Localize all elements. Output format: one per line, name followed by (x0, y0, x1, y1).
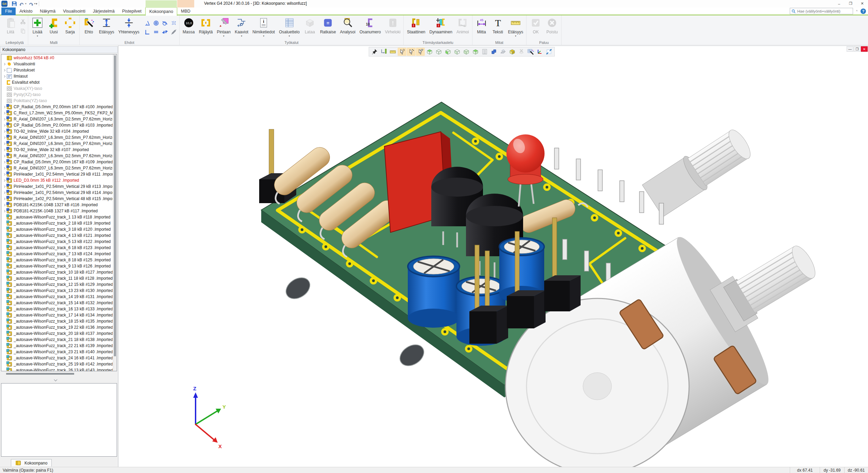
ribbon-button-lis[interactable]: Lisää▾ (30, 16, 45, 37)
constraint-tangent-icon[interactable] (161, 19, 169, 27)
tree-item[interactable]: _autosave-WilsonFuzz_track_5 13 kB #122 … (2, 239, 113, 245)
chevron-down-icon[interactable]: ▾ (515, 35, 516, 37)
tree-item[interactable]: _autosave-WilsonFuzz_track_6 18 kB #123 … (2, 245, 113, 251)
tree-item[interactable]: Ilmiasut (2, 73, 113, 79)
tree-item[interactable]: R_Axial_DIN0207_L6.3mm_D2.5mm_P7.62mm_Ho… (2, 116, 113, 122)
constraint-symmetric-icon[interactable] (170, 19, 178, 27)
tree-item[interactable]: R_Axial_DIN0207_L6.3mm_D2.5mm_P7.62mm_Ho… (2, 134, 113, 141)
viewport-tool-cube-wire-icon[interactable] (434, 48, 443, 56)
undo-dropdown-icon[interactable]: ▾ (25, 2, 27, 5)
tab-n-kym[interactable]: Näkymä (36, 7, 59, 15)
chevron-down-icon[interactable]: ▾ (289, 35, 290, 37)
tree-item[interactable]: Pysty(XZ)-taso (2, 92, 113, 98)
tab-j-rjestelm[interactable]: Järjestelmä (89, 7, 118, 15)
tree-expand-icon[interactable] (2, 180, 6, 181)
tree-expand-icon[interactable] (2, 155, 6, 157)
tree-item[interactable]: PinHeader_1x01_P2.54mm_Vertical 29 kB #1… (2, 183, 113, 190)
tree-item[interactable]: _autosave-WilsonFuzz_track_10 18 kB #127… (2, 269, 113, 275)
ribbon-button-osaluettelo[interactable]: Osaluettelo▾ (277, 16, 301, 37)
tab-visualisointi[interactable]: Visualisointi (59, 7, 89, 15)
ribbon-button-nimiketiedot[interactable]: iNimiketiedot▾ (251, 16, 277, 37)
tree-item[interactable]: Piirustukset (2, 67, 113, 73)
tree-item[interactable]: _autosave-WilsonFuzz_track_18 15 kB #135… (2, 318, 113, 324)
ribbon-button-kaaviot[interactable]: Kaaviot▾ (233, 16, 250, 37)
tree-expand-icon[interactable] (2, 106, 6, 108)
search-input[interactable]: Hae (välilyönti+välilyönti) (790, 8, 853, 14)
3d-viewport[interactable]: Z Y X — ❐ ✕ (118, 46, 868, 467)
viewport-tool-plane-icon[interactable] (499, 48, 507, 56)
ribbon-button-ehto[interactable]: Ehto (81, 16, 97, 35)
tree-item[interactable]: _autosave-WilsonFuzz_track_19 22 kB #136… (2, 324, 113, 330)
tree-item[interactable]: _autosave-WilsonFuzz_track_9 13 kB #126 … (2, 263, 113, 269)
viewport-tool-fit-icon[interactable] (545, 48, 553, 56)
tree-expand-icon[interactable] (2, 143, 6, 145)
tree-expand-icon[interactable] (2, 137, 6, 138)
tree-item[interactable]: Visualisointi (2, 61, 113, 67)
tree-horizontal-scrollbar[interactable] (6, 373, 74, 375)
viewport-tool-orbit-measure-icon[interactable] (379, 48, 388, 56)
viewport-tool-list-icon[interactable] (480, 48, 489, 56)
tree-item[interactable]: TO-92_Inline_Wide 32 kB #107 .Imported (2, 147, 113, 153)
tree-expand-icon[interactable] (2, 118, 6, 120)
ribbon-button-sarja[interactable]: Sarja (62, 16, 78, 35)
tree-expand-icon[interactable] (2, 125, 6, 126)
ribbon-button-teksti[interactable]: TTeksti (490, 16, 506, 35)
tree-expand-icon[interactable] (2, 161, 6, 163)
tree-item[interactable]: _autosave-WilsonFuzz_track_25 19 kB #142… (2, 361, 113, 367)
viewport-tool-select-point-icon[interactable] (398, 48, 406, 56)
tree-item[interactable]: Esivalitut ehdot (2, 79, 113, 85)
ribbon-button-pintaan[interactable]: Pintaan▾ (215, 16, 232, 37)
tree-item[interactable]: _autosave-WilsonFuzz_track_11 18 kB #128… (2, 275, 113, 281)
tab-kokoonpano[interactable]: Kokoonpano (145, 7, 177, 16)
tree-expand-icon[interactable] (2, 112, 6, 114)
tree-item[interactable]: _autosave-WilsonFuzz_track_16 13 kB #133… (2, 306, 113, 312)
tree-item[interactable]: PinHeader_1x01_P2.54mm_Vertical 29 kB #1… (2, 171, 113, 177)
ribbon-button-lataa[interactable]: Lataa (302, 16, 318, 35)
tree-item[interactable]: CP_Radial_D5.0mm_P2.00mm 167 kB #109 .Im… (2, 159, 113, 165)
tab-arkisto[interactable]: Arkisto (16, 7, 36, 15)
ribbon-button-yhtenevyys[interactable]: Yhtenevyys (117, 16, 141, 35)
tab-kokoonpano-bottom[interactable]: Kokoonpano (11, 459, 52, 467)
tab-file[interactable]: File (1, 7, 16, 15)
tree-expand-icon[interactable] (2, 204, 6, 206)
tree-item[interactable]: _autosave-WilsonFuzz_track_24 16 kB #141… (2, 355, 113, 361)
tree-item[interactable]: _autosave-WilsonFuzz_track_14 19 kB #131… (2, 294, 113, 300)
tree-item[interactable]: _autosave-WilsonFuzz_track_3 18 kB #120 … (2, 226, 113, 232)
tree-item[interactable]: LED_D3.0mm 35 kB #112 .Imported (2, 177, 113, 183)
tree-item[interactable]: _autosave-WilsonFuzz_track_21 18 kB #138… (2, 337, 113, 343)
qat-customize-icon[interactable]: ▾ (36, 2, 37, 5)
viewport-restore-button[interactable]: ❐ (854, 46, 861, 52)
constraint-equal-icon[interactable] (152, 28, 160, 36)
ribbon-button-ok[interactable]: OK (528, 16, 544, 35)
tree-item[interactable]: _autosave-WilsonFuzz_track_26 13 kB #143… (2, 367, 113, 371)
viewport-tool-select-face-icon[interactable] (416, 48, 425, 56)
ribbon-button-cut[interactable] (19, 18, 27, 25)
viewport-tool-cube-yellow-icon[interactable] (508, 48, 517, 56)
tree-expand-icon[interactable] (2, 186, 6, 187)
ribbon-button-et-isyys[interactable]: Etäisyys▾ (506, 16, 525, 37)
ribbon-button-ratkaise[interactable]: =Ratkaise (318, 16, 338, 35)
tree-item[interactable]: _autosave-WilsonFuzz_track_2 18 kB #119 … (2, 220, 113, 226)
ribbon-button-analysoi[interactable]: Analysoi (338, 16, 357, 35)
redo-icon[interactable] (28, 1, 34, 7)
tree-expand-icon[interactable] (2, 174, 6, 175)
chevron-down-icon[interactable]: ▾ (223, 35, 224, 37)
ribbon-button-r-j-yt[interactable]: Räjäytä (197, 16, 215, 35)
tree-item[interactable]: _autosave-WilsonFuzz_track_22 21 kB #139… (2, 343, 113, 349)
tree-vertical-scrollbar[interactable] (113, 54, 117, 371)
close-button[interactable]: ✕ (856, 0, 868, 7)
tree-item[interactable]: CP_Radial_D5.0mm_P2.00mm 167 kB #103 .Im… (2, 122, 113, 128)
tree-item[interactable]: PinHeader_1x02_P2.54mm_Vertical 48 kB #1… (2, 196, 113, 202)
viewport-tool-cube-wire2-icon[interactable] (453, 48, 462, 56)
ribbon-button-massa[interactable]: 10,0Massa (181, 16, 197, 35)
tree-item[interactable]: _autosave-WilsonFuzz_track_1 13 kB #118 … (2, 214, 113, 220)
tree-item[interactable]: _autosave-WilsonFuzz_track_12 15 kB #129… (2, 281, 113, 288)
tree-item[interactable]: Vaaka(XY)-taso (2, 85, 113, 92)
chevron-down-icon[interactable]: ▾ (263, 35, 264, 37)
ribbon-button-mitta[interactable]: 45Mitta (474, 16, 489, 35)
viewport-tool-pin-icon[interactable] (370, 48, 379, 56)
save-icon[interactable] (11, 1, 17, 7)
undo-icon[interactable] (19, 1, 25, 7)
ribbon-button-dynaaminen[interactable]: !Dynaaminen (428, 16, 454, 35)
tree-expand-icon[interactable] (2, 76, 6, 77)
